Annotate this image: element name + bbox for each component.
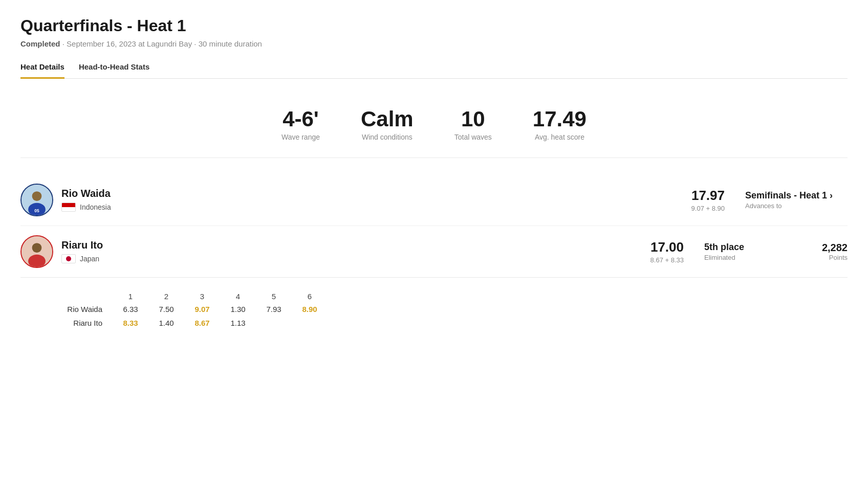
points-value-riaru-ito: 2,282 bbox=[807, 242, 848, 254]
wave-range-label: Wave range bbox=[281, 133, 320, 141]
wind-conditions-value: Calm bbox=[361, 107, 414, 131]
total-score-rio-waida: 17.97 bbox=[691, 188, 725, 204]
result-subtitle-riaru-ito: Eliminated bbox=[704, 254, 807, 261]
stat-total-waves: 10 Total waves bbox=[454, 107, 492, 141]
stat-avg-heat-score: 17.49 Avg. heat score bbox=[533, 107, 587, 141]
athlete-name-rio-waida: Rio Waida bbox=[61, 188, 691, 199]
athlete-info-riaru-ito: Riaru Ito Japan bbox=[61, 239, 650, 263]
wave-athlete-rio-waida: Rio Waida bbox=[20, 305, 113, 313]
page-title: Quarterfinals - Heat 1 bbox=[20, 16, 848, 35]
wave-table-header: 1 2 3 4 5 6 bbox=[113, 292, 848, 301]
svg-text:05: 05 bbox=[34, 208, 39, 213]
wave-score-rw-2: 7.50 bbox=[148, 305, 184, 313]
wave-col-4: 4 bbox=[220, 292, 256, 301]
svg-point-5 bbox=[32, 243, 42, 253]
wave-row-rio-waida: Rio Waida 6.33 7.50 9.07 1.30 7.93 8.90 bbox=[20, 305, 848, 313]
event-details: September 16, 2023 at Lagundri Bay · 30 … bbox=[67, 39, 262, 48]
athlete-row-riaru-ito: Riaru Ito Japan 17.00 8.67 + 8.33 5th pl… bbox=[20, 226, 848, 277]
points-section-riaru-ito: 2,282 Points bbox=[807, 242, 848, 261]
wave-range-value: 4-6' bbox=[281, 107, 320, 131]
score-section-rio-waida: 17.97 9.07 + 8.90 bbox=[691, 188, 725, 212]
wave-scores-riaru-ito: 8.67 + 8.33 bbox=[650, 256, 684, 264]
athlete-country-riaru-ito: Japan bbox=[61, 254, 650, 263]
wave-scores-rio-waida: 9.07 + 8.90 bbox=[691, 205, 725, 212]
wave-athlete-riaru-ito: Riaru Ito bbox=[20, 319, 113, 327]
tab-heat-details[interactable]: Heat Details bbox=[20, 62, 64, 79]
wave-table: 1 2 3 4 5 6 Rio Waida 6.33 7.50 9.07 1.3… bbox=[20, 292, 848, 327]
result-title-rio-waida[interactable]: Semifinals - Heat 1 › bbox=[745, 190, 848, 201]
wave-score-rw-3: 9.07 bbox=[184, 305, 220, 313]
country-label-riaru-ito: Japan bbox=[80, 255, 99, 263]
wave-score-rw-1: 6.33 bbox=[113, 305, 148, 313]
athlete-info-rio-waida: Rio Waida Indonesia bbox=[61, 188, 691, 212]
wave-score-ri-1: 8.33 bbox=[113, 319, 148, 327]
athlete-row-rio-waida: 05 Rio Waida Indonesia 17.97 9.07 + 8.90… bbox=[20, 174, 848, 226]
flag-japan bbox=[61, 254, 76, 263]
page-subtitle: Completed · September 16, 2023 at Lagund… bbox=[20, 39, 848, 48]
score-section-riaru-ito: 17.00 8.67 + 8.33 bbox=[650, 239, 684, 264]
wave-col-5: 5 bbox=[256, 292, 292, 301]
stats-row: 4-6' Wave range Calm Wind conditions 10 … bbox=[20, 95, 848, 158]
result-section-rio-waida: Semifinals - Heat 1 › Advances to bbox=[745, 190, 848, 210]
svg-point-1 bbox=[32, 191, 42, 201]
total-score-riaru-ito: 17.00 bbox=[650, 239, 684, 255]
stat-wave-range: 4-6' Wave range bbox=[281, 107, 320, 141]
avatar-riaru-ito bbox=[20, 235, 53, 268]
result-title-riaru-ito: 5th place bbox=[704, 242, 807, 253]
country-label-rio-waida: Indonesia bbox=[80, 203, 111, 211]
total-waves-value: 10 bbox=[454, 107, 492, 131]
status-badge: Completed bbox=[20, 39, 60, 48]
wave-score-ri-2: 1.40 bbox=[148, 319, 184, 327]
flag-indonesia bbox=[61, 203, 76, 212]
wave-col-2: 2 bbox=[148, 292, 184, 301]
avg-heat-score-value: 17.49 bbox=[533, 107, 587, 131]
wave-col-6: 6 bbox=[292, 292, 328, 301]
avg-heat-score-label: Avg. heat score bbox=[533, 133, 587, 141]
wave-col-3: 3 bbox=[184, 292, 220, 301]
wave-score-rw-6: 8.90 bbox=[292, 305, 328, 313]
wave-col-1: 1 bbox=[113, 292, 148, 301]
wave-score-rw-4: 1.30 bbox=[220, 305, 256, 313]
points-label-riaru-ito: Points bbox=[807, 254, 848, 261]
athlete-name-riaru-ito: Riaru Ito bbox=[61, 239, 650, 251]
wave-row-riaru-ito: Riaru Ito 8.33 1.40 8.67 1.13 bbox=[20, 319, 848, 327]
result-subtitle-rio-waida: Advances to bbox=[745, 202, 848, 210]
tab-head-to-head[interactable]: Head-to-Head Stats bbox=[79, 62, 149, 79]
result-section-riaru-ito: 5th place Eliminated bbox=[704, 242, 807, 261]
wind-conditions-label: Wind conditions bbox=[361, 133, 414, 141]
wave-score-rw-5: 7.93 bbox=[256, 305, 292, 313]
wave-score-ri-3: 8.67 bbox=[184, 319, 220, 327]
avatar-rio-waida: 05 bbox=[20, 184, 53, 216]
stat-wind-conditions: Calm Wind conditions bbox=[361, 107, 414, 141]
athlete-country-rio-waida: Indonesia bbox=[61, 203, 691, 212]
tab-bar: Heat Details Head-to-Head Stats bbox=[20, 62, 848, 79]
athletes-section: 05 Rio Waida Indonesia 17.97 9.07 + 8.90… bbox=[20, 174, 848, 278]
total-waves-label: Total waves bbox=[454, 133, 492, 141]
wave-score-ri-4: 1.13 bbox=[220, 319, 256, 327]
